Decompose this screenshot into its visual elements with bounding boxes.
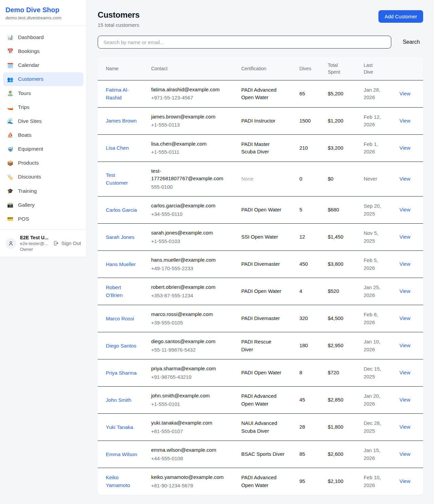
calendar-date-icon: 📅 — [7, 48, 14, 55]
view-link[interactable]: View — [399, 118, 410, 124]
customer-count: 15 total customers — [98, 22, 140, 28]
customer-name-link[interactable]: Robert O'Brien — [106, 283, 138, 299]
customer-phone: +1-555-0113 — [151, 121, 233, 129]
view-link[interactable]: View — [399, 397, 410, 403]
table-row: Diego Santos diego.santos@example.com +5… — [98, 332, 423, 359]
table-row: John Smith john.smith@example.com +1-555… — [98, 387, 423, 414]
customer-total-spent: $2,950 — [324, 332, 360, 359]
table-row: Keiko Yamamoto keiko.yamamoto@example.co… — [98, 468, 423, 495]
sidebar-item-tours[interactable]: 🏝️ Tours — [3, 87, 83, 100]
customer-dives: 85 — [295, 441, 324, 468]
customer-name-link[interactable]: James Brown — [106, 117, 137, 125]
customer-email: carlos.garcia@example.com — [151, 202, 233, 210]
customer-phone: 555-0100 — [151, 183, 233, 191]
sidebar-item-customers[interactable]: 👥 Customers — [3, 72, 83, 86]
view-link[interactable]: View — [399, 424, 410, 430]
view-link[interactable]: View — [399, 315, 410, 321]
customer-last-dive: Never — [363, 175, 385, 183]
customer-certification: PADI Advanced Open Water — [241, 474, 284, 489]
view-link[interactable]: View — [399, 145, 410, 151]
customer-name-link[interactable]: Hans Mueller — [106, 260, 136, 268]
sidebar-header: Demo Dive Shop demo.test.divestreams.com — [0, 0, 86, 26]
diving-mask-icon: 🤿 — [7, 146, 14, 152]
sidebar-item-discounts[interactable]: 🏷️ Discounts — [3, 170, 83, 184]
customer-certification: PADI Rescue Diver — [241, 338, 284, 353]
view-link[interactable]: View — [399, 91, 410, 96]
sailboat-icon: ⛵ — [7, 132, 14, 138]
search-button[interactable]: Search — [391, 39, 423, 45]
sidebar-item-equipment[interactable]: 🤿 Equipment — [3, 142, 83, 156]
page-title: Customers — [98, 10, 140, 20]
customer-total-spent: $0 — [324, 162, 360, 197]
customer-dives: 95 — [295, 468, 324, 495]
sidebar-item-gallery[interactable]: 📸 Gallery — [3, 198, 83, 212]
sidebar-item-calendar[interactable]: 🗓️ Calendar — [3, 58, 83, 72]
customer-name-link[interactable]: Priya Sharma — [106, 369, 137, 377]
customer-name-link[interactable]: Sarah Jones — [106, 233, 134, 241]
sidebar-item-bookings[interactable]: 📅 Bookings — [3, 44, 83, 58]
customer-dives: 1500 — [295, 107, 324, 134]
customer-email: marco.rossi@example.com — [151, 311, 233, 318]
view-link[interactable]: View — [399, 261, 410, 267]
search-bar: Search — [98, 36, 423, 49]
island-icon: 🏝️ — [7, 90, 14, 97]
customer-total-spent: $2,100 — [324, 468, 360, 495]
customer-name-link[interactable]: Marco Rossi — [106, 315, 134, 322]
user-email: e2e-tester@... — [20, 241, 48, 246]
customer-name-link[interactable]: Lisa Chen — [106, 144, 129, 152]
customer-dives: 12 — [295, 224, 324, 251]
logout-icon — [53, 240, 59, 246]
view-link[interactable]: View — [399, 478, 410, 484]
view-link[interactable]: View — [399, 451, 410, 457]
view-link[interactable]: View — [399, 176, 410, 182]
customer-certification: PADI Open Water — [241, 287, 284, 295]
sign-out-button[interactable]: Sign Out — [53, 240, 81, 246]
table-row: Emma Wilson emma.wilson@example.com +44-… — [98, 441, 423, 468]
view-link[interactable]: View — [399, 288, 410, 294]
customer-certification: PADI Open Water — [241, 206, 284, 214]
sidebar-item-dive-sites[interactable]: 🌊 Dive Sites — [3, 114, 83, 128]
customer-email: james.brown@example.com — [151, 113, 233, 121]
customer-name-link[interactable]: Test Customer — [106, 171, 138, 187]
customer-certification: None — [241, 175, 284, 183]
avatar — [5, 238, 16, 249]
customer-last-dive: Jan 15, 2026 — [363, 447, 385, 462]
customer-total-spent: $1,450 — [324, 224, 360, 251]
customer-phone: +971-55-123-4567 — [151, 94, 233, 102]
customer-name-link[interactable]: Fatima Al-Rashid — [106, 86, 138, 102]
customer-dives: 45 — [295, 387, 324, 414]
sidebar-item-products[interactable]: 📦 Products — [3, 156, 83, 170]
sidebar-item-boats[interactable]: ⛵ Boats — [3, 128, 83, 142]
sidebar-item-training[interactable]: 🎓 Training — [3, 184, 83, 198]
customer-dives: 0 — [295, 162, 324, 197]
search-input[interactable] — [98, 36, 391, 49]
customer-name-link[interactable]: Keiko Yamamoto — [106, 473, 138, 489]
customer-name-link[interactable]: John Smith — [106, 396, 131, 404]
customer-name-link[interactable]: Carlos Garcia — [106, 206, 137, 214]
customer-total-spent: $1,800 — [324, 414, 360, 441]
customer-name-link[interactable]: Yuki Tanaka — [106, 423, 133, 431]
sidebar-item-trips[interactable]: 🚤 Trips — [3, 100, 83, 114]
customer-last-dive: Feb 12, 2026 — [363, 113, 385, 129]
table-row: Robert O'Brien robert.obrien@example.com… — [98, 278, 423, 305]
shop-domain: demo.test.divestreams.com — [5, 15, 81, 20]
customer-name-link[interactable]: Diego Santos — [106, 342, 136, 350]
customer-last-dive: Jan 25, 2026 — [363, 284, 385, 299]
sidebar-item-pos[interactable]: 💳 POS — [3, 212, 83, 226]
credit-card-icon: 💳 — [7, 216, 14, 222]
view-link[interactable]: View — [399, 207, 410, 212]
customer-phone: +81-90-1234-5678 — [151, 482, 233, 490]
column-header-certification: Certification — [237, 57, 295, 80]
add-customer-button[interactable]: Add Customer — [378, 10, 423, 23]
view-link[interactable]: View — [399, 370, 410, 375]
sidebar-item-dashboard[interactable]: 📊 Dashboard — [3, 31, 83, 44]
customer-phone: +1-555-0111 — [151, 148, 233, 156]
view-link[interactable]: View — [399, 342, 410, 348]
customer-email: test-1772681807767@example.com — [151, 167, 233, 183]
customer-dives: 180 — [295, 332, 324, 359]
customer-name-link[interactable]: Emma Wilson — [106, 450, 137, 458]
view-link[interactable]: View — [399, 234, 410, 240]
sidebar: Demo Dive Shop demo.test.divestreams.com… — [0, 0, 87, 257]
table-row: Lisa Chen lisa.chen@example.com +1-555-0… — [98, 134, 423, 162]
customer-phone: +91-98765-43210 — [151, 373, 233, 381]
